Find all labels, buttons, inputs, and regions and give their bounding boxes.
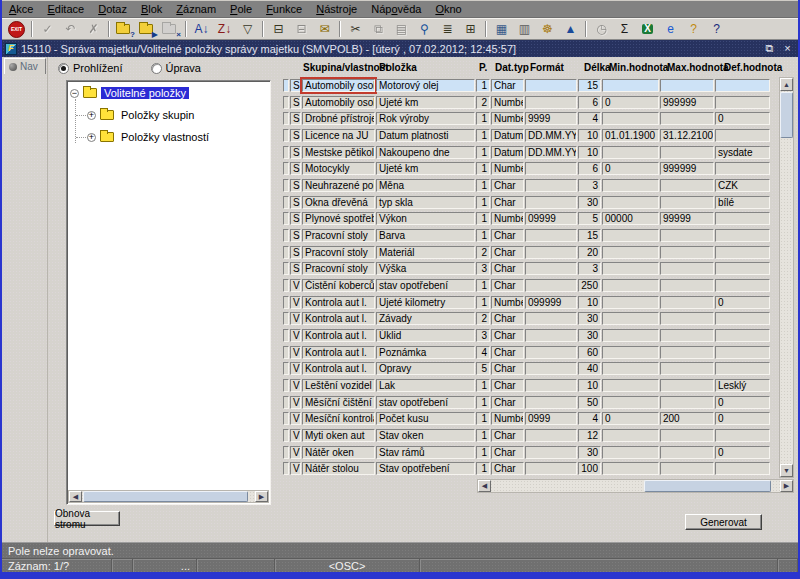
table-cell[interactable] [715,162,770,175]
table-cell[interactable]: 0 [715,396,770,409]
table-cell[interactable]: 1 [476,446,490,459]
table-cell[interactable] [660,429,714,442]
table-cell[interactable] [602,262,659,275]
table-cell[interactable]: Licence na JU [302,129,375,142]
table-cell[interactable] [602,446,659,459]
table-cell[interactable]: 30 [578,312,601,325]
table-vertical-scrollbar[interactable]: ▲ ▼ [779,77,794,478]
table-cell[interactable]: Motorový olej [376,79,475,92]
table-cell[interactable]: 12 [578,429,601,442]
table-cell[interactable]: Leštění vozidel [302,379,375,392]
table-row[interactable]: VKontrola aut l.Ujeté kilometry1Number09… [283,294,780,311]
exit-button[interactable]: EXIT [6,20,27,38]
table-row[interactable]: VMyti oken autStav oken1Char12 [283,427,780,444]
scroll-left-arrow[interactable]: ◀ [478,480,491,492]
table-cell[interactable]: 1 [476,429,490,442]
table-cell[interactable]: 3 [578,179,601,192]
table-cell[interactable] [525,312,577,325]
table-row[interactable]: VMesíční kontrolaPočet kusu1Number099940… [283,410,780,427]
table-cell[interactable]: 1 [476,279,490,292]
find-icon[interactable]: ⚲ [414,20,435,38]
table-cell[interactable]: Kontrola aut l. [302,296,375,309]
table-cell[interactable]: SI [290,129,301,142]
menu-dotaz[interactable]: Dotaz [91,2,134,16]
calendar-icon[interactable]: ▦ [491,20,512,38]
table-cell[interactable] [660,446,714,459]
sort-descending-icon[interactable]: Z↓ [214,20,235,38]
table-cell[interactable]: 1 [476,179,490,192]
table-cell[interactable]: V [290,279,301,292]
browse-radio[interactable] [58,63,69,74]
execute-query-icon[interactable]: ▶ [137,20,158,38]
table-cell[interactable] [660,229,714,242]
table-cell[interactable] [715,312,770,325]
table-cell[interactable]: 20 [578,246,601,259]
table-cell[interactable] [715,462,770,475]
table-cell[interactable]: Výkon [376,212,475,225]
table-cell[interactable]: 6 [578,162,601,175]
table-cell[interactable]: 10 [578,379,601,392]
table-cell[interactable]: typ skla [376,196,475,209]
menu-okno[interactable]: Okno [428,2,468,16]
table-cell[interactable]: Závady [376,312,475,325]
table-cell[interactable]: 0 [715,296,770,309]
table-cell[interactable]: 30 [578,446,601,459]
table-cell[interactable]: Kontrola aut l. [302,346,375,359]
scroll-up-arrow[interactable]: ▲ [780,78,793,91]
table-cell[interactable]: Stav opotřebení [376,462,475,475]
table-cell[interactable]: Number [491,112,524,125]
table-cell[interactable]: bílé [715,196,770,209]
table-cell[interactable] [715,79,770,92]
table-cell[interactable]: 31.12.2100 [660,129,714,142]
table-cell[interactable]: 09999 [525,212,577,225]
tree-node[interactable]: +Položky skupin [87,108,197,122]
scrollbar-thumb[interactable] [83,491,248,502]
table-cell[interactable]: sysdate [715,146,770,159]
sum-icon[interactable]: Σ [614,20,635,38]
table-cell[interactable]: 1 [476,196,490,209]
table-cell[interactable]: 10 [578,146,601,159]
table-cell[interactable]: V [290,296,301,309]
table-cell[interactable]: Char [491,246,524,259]
table-cell[interactable] [715,329,770,342]
table-cell[interactable]: Nátěr stolou [302,462,375,475]
table-cell[interactable]: V [290,412,301,425]
table-cell[interactable] [715,229,770,242]
table-cell[interactable] [602,396,659,409]
table-cell[interactable]: CZK [715,179,770,192]
table-cell[interactable]: Výška [376,262,475,275]
table-cell[interactable]: Měsíční čištění [302,396,375,409]
table-cell[interactable] [602,346,659,359]
table-cell[interactable]: 0 [602,162,659,175]
table-row[interactable]: SIPracovní stolyBarva1Char15 [283,227,780,244]
table-cell[interactable] [660,329,714,342]
cut-icon[interactable]: ✂ [345,20,366,38]
tree-node-label[interactable]: Volitelné položky [101,87,189,99]
generate-button[interactable]: Generovat [685,514,762,530]
table-cell[interactable]: 1 [476,146,490,159]
table-cell[interactable] [525,162,577,175]
table-cell[interactable]: DD.MM.YYYY [525,146,577,159]
table-cell[interactable] [715,96,770,109]
table-cell[interactable]: V [290,379,301,392]
tree-horizontal-scrollbar[interactable]: ◀ ▶ [68,490,269,503]
table-cell[interactable]: 1 [476,396,490,409]
table-cell[interactable]: Char [491,229,524,242]
table-cell[interactable] [602,296,659,309]
table-cell[interactable]: SI [290,196,301,209]
table-cell[interactable]: 30 [578,329,601,342]
table-cell[interactable]: SI [290,246,301,259]
table-cell[interactable] [715,262,770,275]
table-cell[interactable]: 5 [578,212,601,225]
table-cell[interactable]: 2 [476,246,490,259]
filter-icon[interactable]: ▽ [237,20,258,38]
table-cell[interactable]: 15 [578,229,601,242]
table-cell[interactable]: 1 [476,112,490,125]
table-cell[interactable]: Počet kusu [376,412,475,425]
table-cell[interactable]: 9999 [525,112,577,125]
expand-icon[interactable]: + [87,133,96,142]
collapse-icon[interactable]: − [70,89,79,98]
table-cell[interactable]: Mestske pětikolky [302,146,375,159]
menu-pole[interactable]: Pole [223,2,259,16]
table-row[interactable]: VKontrola aut l.Poznámka4Char60 [283,344,780,361]
